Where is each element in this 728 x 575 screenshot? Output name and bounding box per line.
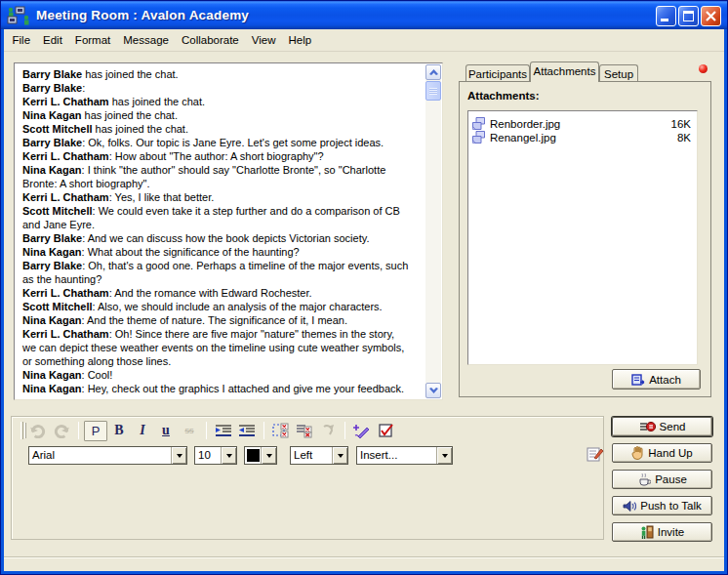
chat-message: Barry Blake: And we can discuss how the … xyxy=(22,231,417,245)
send-button[interactable]: Send xyxy=(612,417,712,436)
toolbar-grip[interactable] xyxy=(20,422,23,439)
attachment-item[interactable]: Renangel.jpg8K xyxy=(468,131,697,144)
menu-message[interactable]: Message xyxy=(117,31,176,49)
font-family-dropdown-icon[interactable] xyxy=(171,447,186,464)
insert-select[interactable]: Insert... xyxy=(356,446,453,465)
paste-disabled-icon[interactable] xyxy=(316,421,340,440)
chat-message: Kerri L. Chatham has joined the chat. xyxy=(22,95,417,108)
attachments-label: Attachments: xyxy=(467,90,539,102)
font-color-select[interactable] xyxy=(244,446,277,465)
chat-messages: Barry Blake has joined the chat.Barry Bl… xyxy=(15,63,426,399)
invite-icon xyxy=(640,525,654,540)
decrease-indent-icon[interactable] xyxy=(235,421,259,440)
alignment-select[interactable]: Left xyxy=(290,446,348,465)
plain-text-button[interactable]: P xyxy=(84,421,107,441)
attach-icon xyxy=(631,374,645,386)
chat-message: Nina Kagan: Cool! xyxy=(22,368,417,382)
window-title: Meeting Room : Avalon Academy xyxy=(36,8,249,22)
file-icon xyxy=(471,131,486,144)
menu-format[interactable]: Format xyxy=(68,31,116,49)
add-annotation-icon[interactable] xyxy=(350,421,374,440)
underline-button[interactable]: u xyxy=(154,421,178,440)
pause-button[interactable]: Pause xyxy=(612,470,712,489)
chat-message: Scott Mitchell has joined the chat. xyxy=(22,122,417,136)
delete-lines-icon[interactable] xyxy=(293,421,316,440)
status-indicator-dot xyxy=(699,64,708,73)
font-size-select[interactable]: 10 xyxy=(194,446,237,465)
maximize-button[interactable] xyxy=(678,6,699,26)
chat-message: Scott Mitchell: Also, we should include … xyxy=(22,300,417,313)
chat-message: Kerri L. Chatham: Yes, I like that bette… xyxy=(22,190,417,204)
pause-icon xyxy=(637,472,651,486)
chat-message: Nina Kagan: And the theme of nature. The… xyxy=(22,313,417,327)
tab-attachments[interactable]: Attachments xyxy=(530,62,599,82)
chat-message: Nina Kagan: What about the significance … xyxy=(22,245,417,259)
hand-up-label: Hand Up xyxy=(648,447,692,459)
increase-indent-icon[interactable] xyxy=(212,421,235,440)
format-toolbar-row: P B I u ss xyxy=(13,419,602,442)
attach-button[interactable]: Attach xyxy=(612,369,701,390)
scroll-down-button[interactable] xyxy=(425,383,441,398)
alignment-dropdown-icon[interactable] xyxy=(332,447,347,464)
hand-up-button[interactable]: Hand Up xyxy=(612,443,712,463)
strike-label: ss xyxy=(185,426,194,435)
menu-view[interactable]: View xyxy=(245,31,282,49)
chat-message: Nina Kagan has joined the chat. xyxy=(22,108,417,122)
file-size: 16K xyxy=(671,118,691,130)
font-size-value: 10 xyxy=(198,449,211,461)
insert-dropdown-icon[interactable] xyxy=(436,447,452,464)
scroll-up-button[interactable] xyxy=(425,64,441,80)
meeting-room-window: Meeting Room : Avalon Academy FileEditFo… xyxy=(0,0,728,575)
font-toolbar-row: Arial 10 Left Insert... xyxy=(13,446,602,468)
menu-bar: FileEditFormatMessageCollaborateViewHelp xyxy=(4,29,724,52)
attach-button-label: Attach xyxy=(649,374,681,386)
chat-message: Barry Blake has joined the chat. xyxy=(22,67,417,81)
chat-message: Scott Mitchell: We could even take it a … xyxy=(22,204,417,231)
title-bar: Meeting Room : Avalon Academy xyxy=(1,1,727,29)
italic-button[interactable]: I xyxy=(131,421,154,440)
send-label: Send xyxy=(660,421,686,432)
edit-note-icon[interactable] xyxy=(586,446,604,467)
push-to-talk-button[interactable]: Push to Talk xyxy=(612,496,712,515)
chat-scrollbar[interactable] xyxy=(425,64,441,398)
menu-help[interactable]: Help xyxy=(282,31,318,49)
close-button[interactable] xyxy=(701,6,721,26)
push-to-talk-label: Push to Talk xyxy=(640,500,701,512)
spellcheck-icon[interactable] xyxy=(374,421,397,440)
menu-edit[interactable]: Edit xyxy=(37,31,69,49)
menu-collaborate[interactable]: Collaborate xyxy=(175,31,245,49)
compose-toolbar: P B I u ss xyxy=(11,416,604,540)
redo-icon[interactable] xyxy=(50,421,73,440)
font-color-dropdown-icon[interactable] xyxy=(261,447,276,464)
delete-selection-icon[interactable] xyxy=(269,421,293,440)
bold-label: B xyxy=(114,423,123,438)
invite-label: Invite xyxy=(658,526,685,538)
tab-setup[interactable]: Setup xyxy=(599,64,638,82)
undo-icon[interactable] xyxy=(26,421,50,440)
scroll-thumb[interactable] xyxy=(425,81,441,101)
chat-message: Barry Blake: xyxy=(22,81,417,95)
chat-message: Kerri L. Chatham: How about "The author:… xyxy=(22,149,417,163)
minimize-button[interactable] xyxy=(656,6,676,26)
file-size: 8K xyxy=(677,132,691,144)
attachments-list[interactable]: Renborder.jpg16KRenangel.jpg8K xyxy=(467,110,698,365)
plain-label: P xyxy=(92,424,101,438)
app-icon xyxy=(7,6,32,25)
alignment-value: Left xyxy=(294,449,312,461)
pause-label: Pause xyxy=(655,473,687,485)
font-color-swatch xyxy=(247,449,260,462)
underline-label: u xyxy=(162,423,170,438)
insert-value: Insert... xyxy=(360,449,397,461)
font-size-dropdown-icon[interactable] xyxy=(221,447,236,464)
attachment-item[interactable]: Renborder.jpg16K xyxy=(468,117,697,131)
font-family-select[interactable]: Arial xyxy=(28,446,187,465)
chat-message: Nina Kagan: I think "the author" should … xyxy=(22,163,417,190)
tab-participants[interactable]: Participants xyxy=(465,64,530,82)
menu-file[interactable]: File xyxy=(6,31,37,49)
file-icon xyxy=(471,117,486,131)
italic-label: I xyxy=(140,423,144,438)
chat-log[interactable]: Barry Blake has joined the chat.Barry Bl… xyxy=(14,62,443,400)
strikethrough-button[interactable]: ss xyxy=(178,421,201,440)
invite-button[interactable]: Invite xyxy=(612,522,712,542)
bold-button[interactable]: B xyxy=(107,421,131,440)
